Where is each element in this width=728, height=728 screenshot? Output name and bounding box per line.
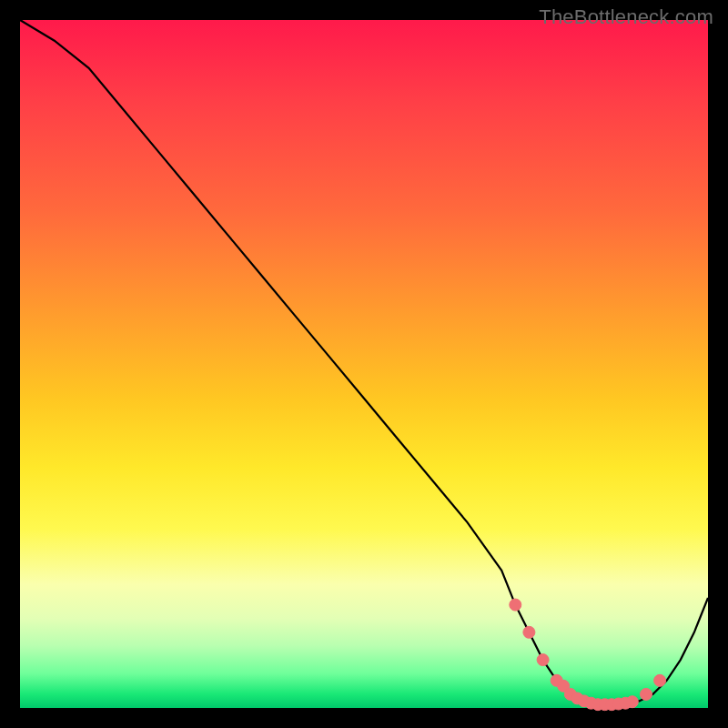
chart-frame: TheBottleneck.com: [0, 0, 728, 728]
plot-gradient-background: [20, 20, 708, 708]
watermark-text: TheBottleneck.com: [539, 5, 713, 29]
